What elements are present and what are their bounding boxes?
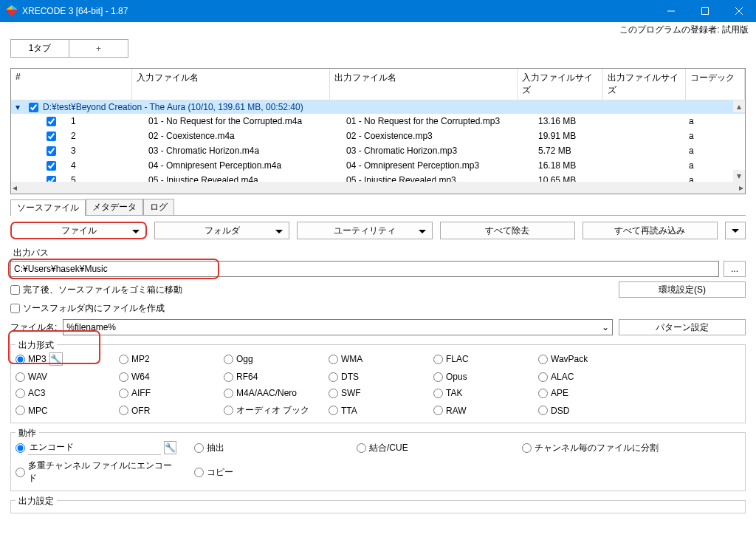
encode-settings-icon[interactable]: 🔧 — [164, 441, 176, 454]
format-wavpack[interactable]: WavPack — [538, 352, 643, 366]
main-tab-1[interactable]: 1タブ — [10, 39, 69, 58]
svg-rect-4 — [702, 8, 709, 15]
scroll-down-button[interactable]: ▾ — [733, 170, 745, 182]
format-ape[interactable]: APE — [538, 388, 643, 398]
format-dsd[interactable]: DSD — [538, 404, 643, 417]
header-outsize[interactable]: 出力ファイルサイズ — [603, 69, 686, 100]
row-checkbox[interactable] — [47, 161, 56, 171]
format-tak[interactable]: TAK — [433, 388, 538, 398]
row-checkbox[interactable] — [47, 176, 56, 182]
minimize-button[interactable] — [654, 0, 688, 22]
action-extract[interactable]: 抽出 — [194, 442, 339, 454]
trash-checkbox[interactable] — [10, 285, 20, 295]
file-dropdown[interactable]: ファイル — [10, 222, 147, 239]
table-group-row[interactable]: ▾D:¥test¥Beyond Creation - The Aura (10/… — [11, 100, 745, 114]
maximize-button[interactable] — [688, 0, 722, 22]
app-icon — [6, 5, 18, 17]
row-checkbox[interactable] — [47, 132, 56, 141]
format-opus[interactable]: Opus — [433, 372, 538, 382]
file-table: # 入力ファイル名 出力ファイル名 入力ファイルサイズ 出力ファイルサイズ コー… — [10, 68, 746, 194]
format-ogg[interactable]: Ogg — [224, 352, 329, 366]
action-multi[interactable]: 多重チャンネル ファイルにエンコード — [16, 460, 176, 485]
format-dts[interactable]: DTS — [329, 372, 433, 382]
out-path-input[interactable] — [10, 261, 719, 277]
action-split[interactable]: チャンネル毎のファイルに分割 — [522, 442, 659, 454]
format-swf[interactable]: SWF — [329, 388, 433, 398]
header-codec[interactable]: コーデック — [686, 69, 745, 100]
utility-dropdown[interactable]: ユーティリティ — [297, 222, 432, 239]
filename-combo[interactable]: %filename%⌄ — [63, 319, 613, 335]
env-settings-button[interactable]: 環境設定(S) — [619, 281, 746, 298]
remove-all-button[interactable]: すべて除去 — [440, 222, 575, 239]
format-wav[interactable]: WAV — [16, 372, 119, 382]
group-label: D:¥test¥Beyond Creation - The Aura (10/1… — [43, 102, 303, 112]
format-tta[interactable]: TTA — [329, 404, 433, 417]
format-ac3[interactable]: AC3 — [16, 388, 119, 398]
table-row[interactable]: 505 - Injustice Revealed.m4a05 - Injusti… — [11, 173, 745, 182]
format-mp3[interactable]: MP3🔧 — [16, 352, 119, 366]
table-row[interactable]: 404 - Omnipresent Perception.m4a04 - Omn… — [11, 158, 745, 173]
table-row[interactable]: 303 - Chromatic Horizon.m4a03 - Chromati… — [11, 143, 745, 158]
action-encode-radio[interactable] — [16, 443, 25, 453]
action-encode[interactable]: エンコード 🔧 — [16, 440, 176, 455]
toolbar-more-button[interactable] — [725, 222, 746, 239]
browse-button[interactable]: ... — [724, 261, 746, 277]
folder-dropdown[interactable]: フォルダ — [154, 222, 289, 239]
create-in-src-row[interactable]: ソースフォルダ内にファイルを作成 — [10, 302, 746, 315]
format-settings-icon[interactable]: 🔧 — [49, 352, 63, 366]
reload-all-button[interactable]: すべて再読み込み — [583, 222, 718, 239]
format-rf64[interactable]: RF64 — [224, 372, 329, 382]
filename-label: ファイル名: — [10, 321, 57, 334]
svg-marker-2 — [6, 10, 18, 17]
svg-marker-1 — [6, 5, 12, 10]
group-checkbox[interactable] — [29, 103, 38, 112]
header-input[interactable]: 入力ファイル名 — [132, 69, 330, 100]
header-insize[interactable]: 入力ファイルサイズ — [518, 69, 603, 100]
format-alac[interactable]: ALAC — [538, 372, 643, 382]
format-mp2[interactable]: MP2 — [119, 352, 224, 366]
scroll-up-button[interactable]: ▴ — [733, 100, 745, 112]
action-join[interactable]: 結合/CUE — [357, 442, 504, 454]
tab-add-button[interactable]: + — [69, 39, 128, 58]
header-output[interactable]: 出力ファイル名 — [330, 69, 518, 100]
create-in-src-checkbox[interactable] — [10, 304, 20, 313]
out-settings-fieldset: 出力設定 — [10, 500, 746, 513]
format-ofr[interactable]: OFR — [119, 404, 224, 417]
table-row[interactable]: 101 - No Request for the Corrupted.m4a01… — [11, 114, 745, 129]
tab-strip: 1タブ + — [0, 36, 756, 58]
action-label: 動作 — [16, 427, 39, 440]
sub-tabs: ソースファイル メタデータ ログ — [10, 199, 746, 216]
close-button[interactable] — [722, 0, 756, 22]
title-bar: XRECODE 3 [64-bit] - 1.87 — [0, 0, 756, 22]
hscroll[interactable]: ◂▸ — [11, 182, 745, 194]
table-row[interactable]: 202 - Coexistence.m4a02 - Coexistence.mp… — [11, 129, 745, 143]
header-number[interactable]: # — [11, 69, 132, 100]
tab-log[interactable]: ログ — [143, 199, 174, 215]
out-settings-label: 出力設定 — [16, 495, 57, 508]
format-raw[interactable]: RAW — [433, 404, 538, 417]
format-mpc[interactable]: MPC — [16, 404, 119, 417]
format-w64[interactable]: W64 — [119, 372, 224, 382]
format-aiff[interactable]: AIFF — [119, 388, 224, 398]
svg-marker-0 — [12, 5, 18, 10]
format-label: 出力形式 — [16, 339, 57, 352]
pattern-settings-button[interactable]: パターン設定 — [619, 319, 746, 335]
action-copy[interactable]: コピー — [194, 466, 233, 479]
format-wma[interactable]: WMA — [329, 352, 433, 366]
format-fieldset: 出力形式 MP3🔧MP2OggWMAFLACWavPackWAVW64RF64D… — [10, 344, 746, 423]
format--[interactable]: オーディオ ブック — [224, 404, 329, 417]
tab-source[interactable]: ソースファイル — [10, 199, 86, 216]
row-checkbox[interactable] — [47, 117, 56, 126]
trash-checkbox-row[interactable]: 完了後、ソースファイルをゴミ箱に移動 — [10, 284, 182, 296]
row-checkbox[interactable] — [47, 146, 56, 156]
format-flac[interactable]: FLAC — [433, 352, 538, 366]
out-path-label: 出力パス — [10, 247, 746, 259]
format-m4a-aac-nero[interactable]: M4A/AAC/Nero — [224, 388, 329, 398]
action-fieldset: 動作 エンコード 🔧 抽出 結合/CUE チャンネル毎のファイルに分割 多重チャ… — [10, 432, 746, 491]
expand-icon[interactable]: ▾ — [16, 102, 24, 112]
title-bar-text: XRECODE 3 [64-bit] - 1.87 — [22, 6, 654, 16]
table-header: # 入力ファイル名 出力ファイル名 入力ファイルサイズ 出力ファイルサイズ コー… — [11, 69, 745, 100]
tab-metadata[interactable]: メタデータ — [86, 199, 143, 215]
registration-label: このプログラムの登録者: 試用版 — [0, 22, 756, 36]
